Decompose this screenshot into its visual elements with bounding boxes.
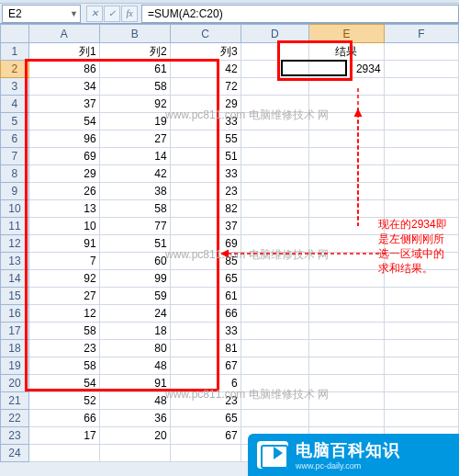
cell[interactable] — [309, 165, 384, 183]
cell[interactable] — [309, 183, 384, 200]
row-header[interactable]: 23 — [1, 427, 29, 445]
cell[interactable]: 列3 — [170, 43, 241, 61]
row-header[interactable]: 3 — [1, 78, 29, 96]
cell[interactable]: 81 — [170, 340, 241, 357]
cell[interactable] — [241, 253, 309, 270]
cell[interactable]: 6 — [170, 375, 241, 392]
cell[interactable] — [384, 410, 458, 427]
cell[interactable]: 37 — [28, 96, 99, 113]
cell[interactable] — [384, 200, 458, 218]
cell[interactable]: 58 — [99, 200, 170, 218]
cell[interactable]: 列1 — [28, 43, 99, 61]
cell[interactable] — [384, 323, 458, 340]
row-header[interactable]: 14 — [1, 270, 29, 288]
col-header[interactable]: C — [170, 25, 241, 43]
cell[interactable]: 36 — [99, 410, 170, 427]
row-header[interactable]: 10 — [1, 200, 29, 218]
cell[interactable]: 58 — [28, 357, 99, 375]
cell[interactable]: 38 — [99, 183, 170, 200]
row-header[interactable]: 8 — [1, 165, 29, 183]
cell[interactable]: 29 — [170, 96, 241, 113]
cell[interactable]: 66 — [28, 410, 99, 427]
cell[interactable] — [241, 183, 309, 200]
cell[interactable] — [241, 96, 309, 113]
cell[interactable]: 结果 — [309, 43, 384, 61]
cell[interactable]: 19 — [99, 113, 170, 130]
cell[interactable] — [309, 78, 384, 96]
cell[interactable]: 65 — [170, 410, 241, 427]
cell[interactable] — [241, 392, 309, 410]
row-header[interactable]: 2 — [1, 61, 29, 78]
cell[interactable]: 67 — [170, 357, 241, 375]
col-header[interactable]: F — [384, 25, 458, 43]
row-header[interactable]: 6 — [1, 130, 29, 148]
cell[interactable] — [384, 183, 458, 200]
cell[interactable]: 24 — [99, 305, 170, 323]
cell[interactable]: 51 — [170, 148, 241, 165]
cell[interactable]: 20 — [99, 427, 170, 445]
cell[interactable]: 52 — [28, 392, 99, 410]
cell[interactable]: 61 — [99, 61, 170, 78]
cell[interactable]: 7 — [28, 253, 99, 270]
cell[interactable] — [309, 130, 384, 148]
cell[interactable] — [241, 305, 309, 323]
cell[interactable]: 23 — [170, 183, 241, 200]
cell[interactable]: 14 — [99, 148, 170, 165]
cell[interactable]: 58 — [99, 78, 170, 96]
cell[interactable]: 55 — [170, 130, 241, 148]
cell[interactable] — [309, 288, 384, 305]
cell[interactable]: 58 — [28, 323, 99, 340]
cell[interactable] — [309, 218, 384, 235]
cell[interactable]: 34 — [28, 78, 99, 96]
cell[interactable] — [384, 61, 458, 78]
cell[interactable] — [170, 445, 241, 462]
cell[interactable] — [309, 340, 384, 357]
cell[interactable] — [309, 410, 384, 427]
cell[interactable] — [309, 375, 384, 392]
cell[interactable]: 42 — [170, 61, 241, 78]
cancel-icon[interactable]: ✕ — [86, 6, 103, 22]
row-header[interactable]: 4 — [1, 96, 29, 113]
cell[interactable]: 42 — [99, 165, 170, 183]
cell[interactable] — [28, 445, 99, 462]
row-header[interactable]: 24 — [1, 445, 29, 462]
cell[interactable] — [309, 235, 384, 253]
cell[interactable]: 23 — [28, 340, 99, 357]
cell[interactable] — [309, 392, 384, 410]
col-header[interactable]: E — [309, 25, 384, 43]
row-header[interactable]: 13 — [1, 253, 29, 270]
row-header[interactable]: 21 — [1, 392, 29, 410]
row-header[interactable]: 18 — [1, 340, 29, 357]
cell[interactable]: 69 — [28, 148, 99, 165]
formula-input-wrap[interactable] — [141, 5, 459, 23]
cell[interactable]: 92 — [28, 270, 99, 288]
cell[interactable] — [384, 288, 458, 305]
row-header[interactable]: 5 — [1, 113, 29, 130]
cell[interactable]: 60 — [99, 253, 170, 270]
cell[interactable]: 67 — [170, 427, 241, 445]
cell[interactable] — [241, 410, 309, 427]
cell[interactable]: 2934 — [309, 61, 384, 78]
cell[interactable]: 29 — [28, 165, 99, 183]
cell[interactable]: 69 — [170, 235, 241, 253]
cell[interactable]: 99 — [99, 270, 170, 288]
formula-input[interactable] — [146, 6, 454, 21]
cell[interactable] — [241, 270, 309, 288]
cell[interactable] — [384, 96, 458, 113]
cell[interactable]: 10 — [28, 218, 99, 235]
cell[interactable]: 91 — [99, 375, 170, 392]
cell[interactable] — [384, 357, 458, 375]
cell[interactable] — [241, 165, 309, 183]
col-header[interactable]: D — [241, 25, 309, 43]
cell[interactable] — [384, 148, 458, 165]
cell[interactable] — [309, 253, 384, 270]
cell[interactable] — [309, 323, 384, 340]
cell[interactable] — [309, 148, 384, 165]
cell[interactable]: 61 — [170, 288, 241, 305]
enter-icon[interactable]: ✓ — [104, 6, 120, 22]
cell[interactable]: 65 — [170, 270, 241, 288]
cell[interactable] — [241, 340, 309, 357]
cell[interactable] — [309, 270, 384, 288]
cell[interactable]: 48 — [99, 357, 170, 375]
chevron-down-icon[interactable]: ▼ — [70, 9, 78, 18]
